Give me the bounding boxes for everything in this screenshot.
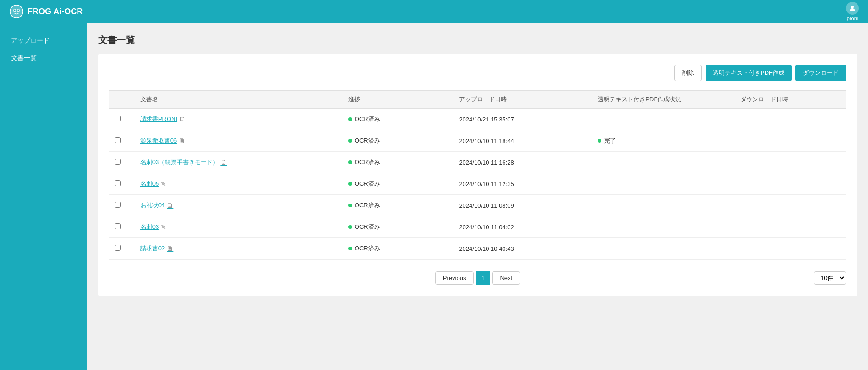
sidebar-item-upload[interactable]: アップロード [0,32,87,50]
download-date [735,195,846,216]
frog-logo-icon [9,4,24,19]
status-ocr: OCR済み [348,244,448,253]
user-label: proni [847,16,858,21]
download-date [735,238,846,260]
page-number-1[interactable]: 1 [476,271,490,285]
toolbar: 削除 透明テキスト付きPDF作成 ダウンロード [109,65,846,81]
next-button[interactable]: Next [492,271,520,285]
table-row: 名刺03✎OCR済み2024/10/10 11:04:02 [109,216,846,238]
table-row: 請求書PRONI🗎OCR済み2024/10/21 15:35:07 [109,109,846,130]
upload-date: 2024/10/10 11:12:35 [454,173,592,195]
doc-name-link[interactable]: お礼状04🗎 [140,201,337,210]
download-button[interactable]: ダウンロード [795,65,846,81]
doc-name-link[interactable]: 源泉徴収書06🗎 [140,137,337,145]
table-header-row: 文書名 進捗 アップロード日時 透明テキスト付きPDF作成状況 ダウンロード日時 [109,91,846,109]
row-checkbox[interactable] [115,223,121,229]
page-title: 文書一覧 [98,34,857,46]
sidebar-item-document-list-label: 文書一覧 [11,54,37,61]
status-text: OCR済み [355,223,380,231]
upload-date: 2024/10/10 11:18:44 [454,130,592,152]
download-date [735,152,846,173]
upload-date: 2024/10/10 11:16:28 [454,152,592,173]
main-content: 文書一覧 削除 透明テキスト付きPDF作成 ダウンロード 文書名 進 [87,23,868,370]
row-checkbox[interactable] [115,245,121,251]
pdf-status-complete: 完了 [598,137,729,145]
logo-text: FROG Ai-OCR [28,7,83,17]
status-dot [348,182,352,186]
user-menu[interactable]: proni [846,2,859,21]
pdf-status [592,109,735,130]
pagination: Previous 1 Next 10件 20件 50件 [109,271,846,285]
download-date [735,216,846,238]
sidebar-item-document-list[interactable]: 文書一覧 [0,50,87,67]
doc-name-link[interactable]: 名刺05✎ [140,180,337,188]
download-date [735,109,846,130]
per-page-select[interactable]: 10件 20件 50件 [814,271,846,285]
col-checkbox [109,91,135,109]
doc-file-icon: 🗎 [167,202,173,209]
status-dot [348,225,352,229]
doc-file-icon: 🗎 [179,116,185,123]
row-checkbox[interactable] [115,137,121,143]
row-checkbox[interactable] [115,159,121,165]
status-ocr: OCR済み [348,137,448,145]
pdf-complete-label: 完了 [604,137,616,145]
sidebar-item-upload-label: アップロード [11,37,50,44]
status-ocr: OCR済み [348,180,448,188]
pdf-complete-dot [598,139,601,143]
pdf-status [592,238,735,260]
user-avatar [846,2,859,15]
col-download-header: ダウンロード日時 [735,91,846,109]
pdf-status [592,216,735,238]
status-text: OCR済み [355,244,380,253]
logo: FROG Ai-OCR [9,4,83,19]
doc-edit-icon: ✎ [161,180,166,188]
download-date [735,173,846,195]
app-body: アップロード 文書一覧 文書一覧 削除 透明テキスト付きPDF作成 ダウンロード [0,23,868,370]
upload-date: 2024/10/10 10:40:43 [454,238,592,260]
doc-name-link[interactable]: 請求書PRONI🗎 [140,115,337,123]
status-text: OCR済み [355,158,380,166]
doc-name-link[interactable]: 名刺03✎ [140,223,337,231]
pdf-status: 完了 [592,130,735,152]
status-ocr: OCR済み [348,158,448,166]
row-checkbox[interactable] [115,202,121,208]
table-row: 請求書02🗎OCR済み2024/10/10 10:40:43 [109,238,846,260]
doc-file-icon: 🗎 [220,159,227,166]
table-row: 名刺05✎OCR済み2024/10/10 11:12:35 [109,173,846,195]
create-pdf-button[interactable]: 透明テキスト付きPDF作成 [706,65,792,81]
svg-point-4 [18,10,19,11]
doc-file-icon: 🗎 [179,137,185,144]
svg-point-3 [14,10,16,11]
svg-point-0 [10,5,23,18]
status-dot [348,160,352,164]
app-header: FROG Ai-OCR proni [0,0,868,23]
col-name-header: 文書名 [135,91,343,109]
status-ocr: OCR済み [348,223,448,231]
table-row: お礼状04🗎OCR済み2024/10/10 11:08:09 [109,195,846,216]
svg-point-5 [851,6,854,8]
doc-file-icon: 🗎 [167,245,173,252]
upload-date: 2024/10/10 11:08:09 [454,195,592,216]
row-checkbox[interactable] [115,116,121,121]
doc-edit-icon: ✎ [161,223,166,231]
status-dot [348,247,352,250]
previous-button[interactable]: Previous [435,271,474,285]
col-upload-header: アップロード日時 [454,91,592,109]
sidebar: アップロード 文書一覧 [0,23,87,370]
pdf-status [592,195,735,216]
doc-name-link[interactable]: 名刺03（帳票手書きモード）🗎 [140,158,337,166]
upload-date: 2024/10/21 15:35:07 [454,109,592,130]
status-dot [348,139,352,143]
table-row: 源泉徴収書06🗎OCR済み2024/10/10 11:18:44完了 [109,130,846,152]
doc-name-link[interactable]: 請求書02🗎 [140,244,337,253]
status-dot [348,204,352,207]
status-text: OCR済み [355,180,380,188]
row-checkbox[interactable] [115,180,121,186]
delete-button[interactable]: 削除 [674,65,702,81]
document-table: 文書名 進捗 アップロード日時 透明テキスト付きPDF作成状況 ダウンロード日時 [109,90,846,260]
content-card: 削除 透明テキスト付きPDF作成 ダウンロード 文書名 進捗 [98,54,857,296]
status-text: OCR済み [355,137,380,145]
status-dot [348,117,352,121]
status-text: OCR済み [355,115,380,123]
